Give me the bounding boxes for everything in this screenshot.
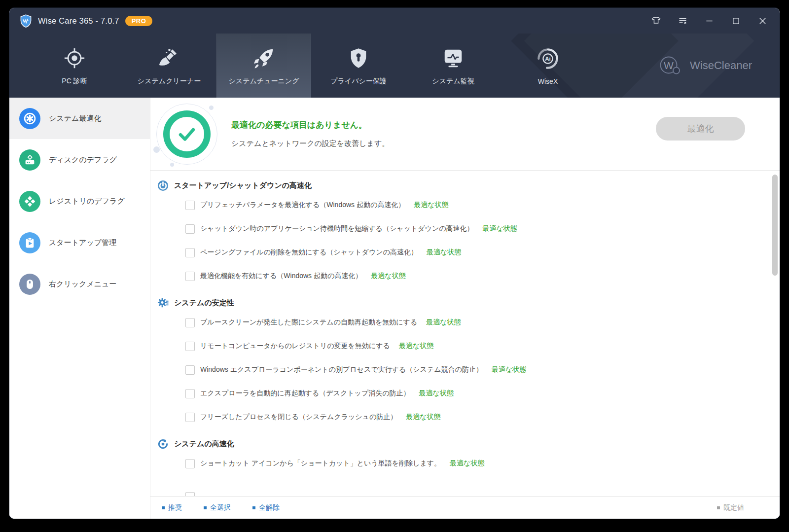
setting-label: Windows エクスプローラコンポーネントの別プロセスで実行する（システム競合… — [200, 365, 483, 374]
sidebar-item-system-optimizer[interactable]: システム最適化 — [9, 98, 150, 139]
tab-wisex[interactable]: AiWiseX — [501, 34, 595, 98]
settings-scroll-area: スタートアップ/シャットダウンの高速化プリフェッチパラメータを最適化する（Win… — [150, 171, 780, 496]
minimize-icon — [704, 16, 715, 26]
sidebar-item-label: レジストリのデフラグ — [49, 197, 125, 206]
footer-link-defaults[interactable]: 既定値 — [717, 503, 744, 512]
setting-row: ショートカット アイコンから「ショートカット」という単語を削除します。最適な状態 — [150, 452, 780, 475]
svg-text:Ai: Ai — [545, 56, 551, 62]
maximize-button[interactable] — [728, 13, 743, 28]
setting-label: フリーズしたプロセスを閉じる（システムクラッシュの防止） — [200, 413, 397, 422]
section-title: スタートアップ/シャットダウンの高速化 — [174, 181, 312, 190]
sidebar-item-startup-manager[interactable]: スタートアップ管理 — [9, 222, 150, 263]
next-row-partial — [150, 492, 780, 496]
footer-link-recommended[interactable]: 推奨 — [162, 503, 182, 512]
monitor-pulse-icon — [442, 46, 465, 70]
setting-status: 最適な状態 — [419, 389, 454, 398]
section-title: システムの安定性 — [174, 298, 234, 308]
setting-label: ブルースクリーンが発生した際にシステムの自動再起動を無効にする — [200, 318, 417, 327]
status-subline: システムとネットワークの設定を改善します。 — [231, 139, 389, 148]
tab-label: プライバシー保護 — [330, 77, 387, 86]
clipboard-play-icon — [19, 232, 40, 253]
sidebar-item-disk-defrag[interactable]: ディスクのデフラグ — [9, 139, 150, 180]
wisecleaner-logo-icon: W — [657, 55, 686, 76]
sidebar-item-label: スタートアップ管理 — [49, 238, 116, 248]
menu-button[interactable] — [675, 13, 690, 28]
tab-system-tuneup[interactable]: システムチューニング — [216, 34, 311, 98]
sidebar: システム最適化ディスクのデフラグレジストリのデフラグスタートアップ管理右クリック… — [9, 98, 150, 519]
setting-row: プリフェッチパラメータを最適化する（Windows 起動の高速化）最適な状態 — [150, 193, 780, 217]
power-icon — [157, 180, 169, 191]
setting-status: 最適な状態 — [399, 342, 433, 351]
app-window: Wise Care 365 - 7.0.7 PRO PC 診断システムクリーナー… — [9, 8, 780, 519]
checkbox[interactable] — [185, 318, 195, 327]
checkbox[interactable] — [185, 365, 195, 375]
pro-badge[interactable]: PRO — [125, 16, 153, 26]
checkbox[interactable] — [185, 492, 195, 496]
setting-status: 最適な状態 — [426, 318, 461, 327]
maximize-icon — [731, 16, 741, 26]
setting-label: ショートカット アイコンから「ショートカット」という単語を削除します。 — [200, 459, 441, 468]
checkbox[interactable] — [185, 224, 195, 234]
setting-row: 最適化機能を有効にする（Windows 起動の高速化）最適な状態 — [150, 264, 780, 288]
sidebar-item-registry-defrag[interactable]: レジストリのデフラグ — [9, 180, 150, 222]
tab-label: システムチューニング — [229, 77, 299, 86]
menu-icon — [678, 16, 688, 26]
setting-status: 最適な状態 — [483, 224, 517, 233]
titlebar: Wise Care 365 - 7.0.7 PRO — [9, 8, 780, 34]
tab-label: システム監視 — [432, 77, 474, 86]
vertical-scrollbar-thumb[interactable] — [772, 175, 778, 276]
setting-status: 最適な状態 — [427, 248, 461, 257]
main-nav: PC 診断システムクリーナーシステムチューニングプライバシー保護システム監視Ai… — [9, 34, 780, 98]
setting-label: ページングファイルの削除を無効にする（シャットダウンの高速化） — [200, 248, 418, 257]
checkbox[interactable] — [185, 201, 195, 210]
setting-status: 最適な状態 — [371, 272, 405, 281]
setting-label: リモートコンピュータからのレジストリの変更を無効にする — [200, 342, 390, 351]
setting-label: プリフェッチパラメータを最適化する（Windows 起動の高速化） — [200, 201, 405, 210]
tab-privacy-protector[interactable]: プライバシー保護 — [311, 34, 406, 98]
footer-link-deselect-all[interactable]: 全解除 — [252, 503, 280, 512]
close-button[interactable] — [755, 13, 770, 28]
tab-label: システムクリーナー — [138, 77, 201, 86]
sidebar-item-context-menu[interactable]: 右クリックメニュー — [9, 263, 150, 305]
setting-row: リモートコンピュータからのレジストリの変更を無効にする最適な状態 — [150, 334, 780, 358]
setting-status: 最適な状態 — [492, 365, 526, 374]
setting-status: 最適な状態 — [450, 459, 484, 468]
footer-bar: 推奨全選択全解除既定値 — [150, 496, 780, 519]
tab-system-monitor[interactable]: システム監視 — [406, 34, 501, 98]
section-header: システムの安定性 — [150, 295, 780, 311]
tab-label: WiseX — [538, 77, 558, 85]
svg-text:W: W — [664, 60, 674, 71]
checkbox[interactable] — [185, 272, 195, 281]
optimize-button[interactable]: 最適化 — [656, 117, 745, 141]
checkbox[interactable] — [185, 342, 195, 351]
gear-lines-icon — [157, 297, 169, 309]
theme-button[interactable] — [648, 13, 663, 28]
setting-row: ページングファイルの削除を無効にする（シャットダウンの高速化）最適な状態 — [150, 241, 780, 264]
checkbox[interactable] — [185, 413, 195, 422]
setting-label: エクスプローラを自動的に再起動する（デスクトップ消失の防止） — [200, 389, 410, 398]
checkbox[interactable] — [185, 459, 195, 468]
section-title: システムの高速化 — [174, 439, 234, 449]
speed-arrow-icon — [157, 438, 169, 450]
shield-keyhole-icon — [347, 46, 370, 70]
asterisk-icon — [19, 108, 40, 129]
minimize-button[interactable] — [702, 13, 717, 28]
app-shield-logo-icon — [19, 14, 33, 28]
status-headline: 最適化の必要な項目はありません。 — [231, 119, 389, 131]
sidebar-item-label: システム最適化 — [49, 114, 101, 123]
sidebar-item-label: 右クリックメニュー — [49, 280, 116, 289]
status-header: 最適化の必要な項目はありません。 システムとネットワークの設定を改善します。 最… — [150, 98, 780, 171]
section-header: システムの高速化 — [150, 436, 780, 452]
setting-label: 最適化機能を有効にする（Windows 起動の高速化） — [200, 272, 362, 281]
tab-pc-checkup[interactable]: PC 診断 — [27, 34, 122, 98]
checkbox[interactable] — [185, 389, 195, 398]
theme-icon — [651, 16, 661, 26]
tab-system-cleaner[interactable]: システムクリーナー — [122, 34, 216, 98]
checkbox[interactable] — [185, 248, 195, 257]
brand-name: WiseCleaner — [690, 59, 752, 72]
target-icon — [63, 46, 86, 70]
setting-row: シャットダウン時のアプリケーション待機時間を短縮する（シャットダウンの高速化）最… — [150, 217, 780, 241]
main-panel: 最適化の必要な項目はありません。 システムとネットワークの設定を改善します。 最… — [150, 98, 780, 519]
footer-link-select-all[interactable]: 全選択 — [204, 503, 231, 512]
check-circle-icon — [163, 110, 211, 158]
